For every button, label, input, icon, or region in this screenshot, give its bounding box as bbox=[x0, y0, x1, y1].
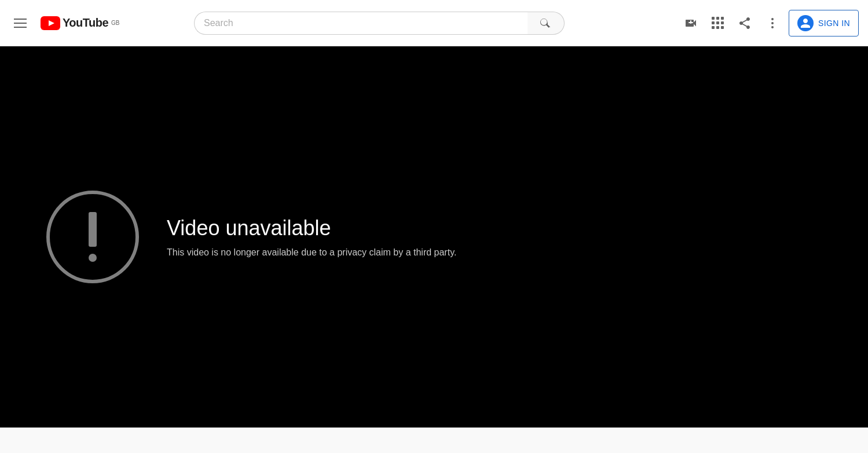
svg-point-6 bbox=[771, 26, 774, 28]
youtube-play-icon bbox=[41, 16, 60, 30]
sign-in-button[interactable]: SIGN IN bbox=[789, 10, 859, 36]
search-icon bbox=[540, 17, 552, 29]
exclamation-icon bbox=[89, 212, 97, 262]
grid-icon bbox=[712, 17, 724, 29]
upload-icon bbox=[684, 16, 698, 30]
svg-point-5 bbox=[771, 22, 774, 24]
svg-point-4 bbox=[771, 18, 774, 20]
header-right: SIGN IN bbox=[679, 10, 859, 36]
exclamation-bar bbox=[89, 212, 97, 247]
video-error-subtitle: This video is no longer available due to… bbox=[167, 247, 456, 258]
hamburger-menu-button[interactable] bbox=[9, 14, 31, 32]
more-options-button[interactable] bbox=[761, 12, 784, 35]
youtube-wordmark: YouTube bbox=[63, 16, 108, 30]
video-player-area: Video unavailable This video is no longe… bbox=[0, 46, 868, 428]
search-input-wrapper bbox=[194, 12, 528, 35]
header-left: YouTubeGB bbox=[9, 14, 137, 32]
youtube-country-code: GB bbox=[111, 20, 119, 26]
upload-video-button[interactable] bbox=[679, 12, 702, 35]
svg-rect-3 bbox=[688, 22, 693, 23]
share-button[interactable] bbox=[733, 12, 756, 35]
youtube-logo[interactable]: YouTubeGB bbox=[41, 16, 120, 30]
site-header: YouTubeGB bbox=[0, 0, 868, 46]
person-icon bbox=[800, 17, 811, 29]
search-input[interactable] bbox=[195, 12, 528, 34]
exclamation-dot bbox=[89, 254, 97, 262]
video-error-content: Video unavailable This video is no longe… bbox=[46, 191, 456, 283]
error-icon-circle bbox=[46, 191, 139, 283]
search-form bbox=[194, 12, 565, 35]
search-button[interactable] bbox=[528, 12, 565, 35]
avatar-icon bbox=[797, 15, 814, 31]
share-icon bbox=[738, 16, 752, 30]
video-error-text: Video unavailable This video is no longe… bbox=[167, 216, 456, 258]
sign-in-label: SIGN IN bbox=[818, 19, 850, 28]
more-dots-icon bbox=[766, 16, 779, 30]
hamburger-icon bbox=[14, 19, 27, 28]
header-search-area bbox=[194, 12, 565, 35]
video-error-title: Video unavailable bbox=[167, 216, 456, 240]
apps-button[interactable] bbox=[707, 12, 728, 34]
